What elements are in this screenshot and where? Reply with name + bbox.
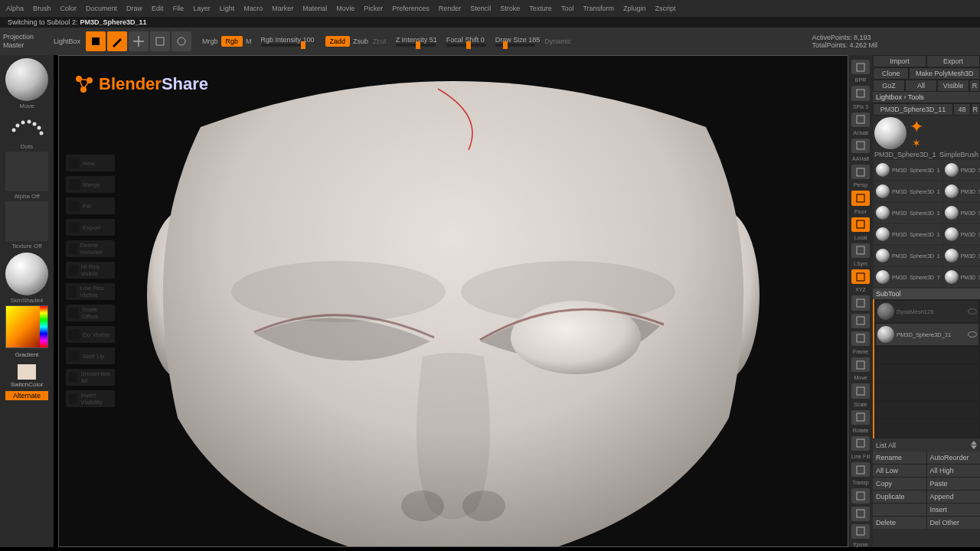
rotate-mode-icon[interactable] bbox=[172, 31, 191, 51]
float-item[interactable]: Shift Up bbox=[66, 347, 115, 364]
secondary-color[interactable] bbox=[18, 364, 36, 380]
brush-thumbnail[interactable] bbox=[5, 58, 48, 101]
tool-thumb[interactable]: PM3D_Sphere3D_1 bbox=[874, 203, 942, 223]
strip-SPix 3[interactable] bbox=[851, 86, 870, 100]
menu-color[interactable]: Color bbox=[60, 5, 77, 12]
menu-stroke[interactable]: Stroke bbox=[500, 5, 520, 12]
op-delete[interactable]: Delete bbox=[873, 517, 926, 529]
float-item[interactable]: New bbox=[66, 155, 115, 171]
m-toggle[interactable]: M bbox=[246, 37, 252, 45]
strip-Transp[interactable] bbox=[851, 462, 870, 477]
tool-thumb[interactable]: PM3D_Sphere3D_7 bbox=[874, 267, 942, 287]
strip-Floor[interactable] bbox=[851, 191, 870, 205]
op-del-other[interactable]: Del Other bbox=[927, 517, 981, 529]
reorder-arrows[interactable] bbox=[971, 441, 977, 449]
simplebrush-icon[interactable]: ✦ bbox=[910, 117, 923, 137]
menu-edit[interactable]: Edit bbox=[152, 5, 164, 12]
tool-r[interactable]: R bbox=[971, 103, 980, 116]
tool-thumb[interactable]: PM3D_Sphere3D_1 bbox=[874, 181, 942, 201]
strip-icon[interactable] bbox=[851, 507, 870, 521]
subtool-row[interactable]: PM3D_Sphere3D_11 bbox=[876, 324, 978, 345]
gradient-label[interactable]: Gradient bbox=[15, 351, 39, 358]
draw-size-slider[interactable] bbox=[495, 44, 535, 47]
mrgb-toggle[interactable]: Mrgb bbox=[202, 37, 218, 45]
strip-Line Fill[interactable] bbox=[851, 436, 870, 451]
menu-material[interactable]: Material bbox=[302, 5, 327, 12]
alpha-slot[interactable] bbox=[5, 152, 48, 191]
rgb-toggle[interactable]: Rgb bbox=[221, 36, 243, 47]
tool-thumb[interactable]: PM3D_Sphere3D_5 bbox=[943, 267, 980, 287]
strip-icon[interactable] bbox=[851, 314, 870, 328]
op-all-low[interactable]: All Low bbox=[873, 465, 926, 477]
float-item[interactable]: Do Visible bbox=[66, 326, 115, 343]
switch-color[interactable]: SwitchColor bbox=[11, 381, 44, 388]
alternate-button[interactable]: Alternate bbox=[5, 391, 48, 400]
menu-brush[interactable]: Brush bbox=[33, 5, 51, 12]
viewport[interactable]: BlenderShare bbox=[58, 55, 848, 547]
menu-macro[interactable]: Macro bbox=[243, 5, 263, 12]
tool-name[interactable]: PM3D_Sphere3D_11 bbox=[873, 103, 953, 116]
subtool-header[interactable]: SubTool bbox=[873, 289, 980, 299]
strip-LSym[interactable] bbox=[851, 243, 870, 258]
float-item[interactable]: Export bbox=[66, 219, 115, 236]
float-item[interactable]: Delete Invisible bbox=[66, 240, 115, 257]
subtool-row[interactable]: DynaMesh128 bbox=[876, 301, 978, 322]
list-all-row[interactable]: List All bbox=[873, 439, 980, 452]
tool-thumb[interactable]: PM3D_Sphere3D_5 bbox=[943, 246, 980, 266]
import-button[interactable]: Import bbox=[873, 55, 926, 67]
tool-thumb[interactable]: PM3D_Sphere3D_1 bbox=[874, 246, 942, 266]
menu-draw[interactable]: Draw bbox=[126, 5, 142, 12]
float-item[interactable]: Hi Res visible bbox=[66, 262, 115, 279]
menu-alpha[interactable]: Alpha bbox=[6, 5, 24, 12]
move-mode-icon[interactable] bbox=[129, 31, 149, 51]
goz-all-button[interactable]: All bbox=[905, 80, 937, 92]
strip-Frame[interactable] bbox=[851, 331, 870, 346]
menu-marker[interactable]: Marker bbox=[272, 5, 293, 12]
stroke-thumbnail[interactable] bbox=[5, 111, 48, 142]
strip-AAHalf[interactable] bbox=[851, 139, 870, 153]
tool-thumb[interactable]: PM3D_Sphere3D_5 bbox=[943, 181, 980, 201]
menu-light[interactable]: Light bbox=[220, 5, 235, 12]
op-rename[interactable]: Rename bbox=[873, 452, 926, 464]
menu-picker[interactable]: Picker bbox=[364, 5, 383, 12]
menu-stencil[interactable]: Stencil bbox=[470, 5, 491, 12]
op-copy[interactable]: Copy bbox=[873, 478, 926, 490]
float-item[interactable]: Show/Hide All bbox=[66, 369, 115, 386]
menu-file[interactable]: File bbox=[173, 5, 185, 12]
float-item[interactable]: Invert Visibility bbox=[66, 390, 115, 407]
focal-shift-slider[interactable] bbox=[446, 44, 486, 47]
op-append[interactable]: Append bbox=[927, 491, 981, 503]
zcut-toggle[interactable]: Zcut bbox=[373, 37, 387, 45]
projection-master[interactable]: Projection Master bbox=[3, 33, 49, 50]
scale-mode-icon[interactable] bbox=[150, 31, 170, 51]
strip-Actual[interactable] bbox=[851, 112, 870, 127]
export-button[interactable]: Export bbox=[926, 55, 980, 67]
menu-layer[interactable]: Layer bbox=[193, 5, 211, 12]
op-duplicate[interactable]: Duplicate bbox=[873, 491, 926, 503]
visibility-icon[interactable] bbox=[968, 308, 977, 315]
menu-render[interactable]: Render bbox=[439, 5, 462, 12]
dynamic-toggle[interactable]: Dynamic bbox=[544, 37, 571, 45]
menu-transform[interactable]: Transform bbox=[583, 5, 614, 12]
menu-document[interactable]: Document bbox=[86, 5, 117, 12]
strip-Scale[interactable] bbox=[851, 383, 870, 398]
texture-slot[interactable] bbox=[5, 201, 48, 241]
strip-Local[interactable] bbox=[851, 217, 870, 232]
tool-thumb[interactable]: PM3D_Sphere3D_5 bbox=[943, 224, 980, 244]
color-picker[interactable] bbox=[5, 305, 48, 348]
z-intensity-slider[interactable] bbox=[396, 44, 436, 47]
strip-Xpose[interactable] bbox=[851, 524, 870, 539]
strip-icon[interactable] bbox=[851, 488, 870, 503]
op-all-high[interactable]: All High bbox=[927, 465, 981, 477]
lightbox-tools-header[interactable]: Lightbox › Tools bbox=[873, 92, 980, 103]
tool-thumb[interactable]: PM3D_Sphere3D_1 bbox=[943, 160, 980, 180]
tool-thumb[interactable]: PM3D_Sphere3D_1 bbox=[874, 160, 942, 180]
zadd-toggle[interactable]: Zadd bbox=[325, 36, 351, 47]
strip-Persp[interactable] bbox=[851, 165, 870, 179]
strip-XYZ[interactable] bbox=[851, 269, 870, 284]
draw-mode-icon[interactable] bbox=[107, 31, 127, 51]
strip-icon[interactable] bbox=[851, 295, 870, 310]
float-item[interactable]: Low Res Visible bbox=[66, 283, 115, 300]
visibility-icon[interactable] bbox=[968, 331, 977, 337]
tool-thumb[interactable]: PM3D_Sphere3D_1 bbox=[874, 224, 942, 244]
